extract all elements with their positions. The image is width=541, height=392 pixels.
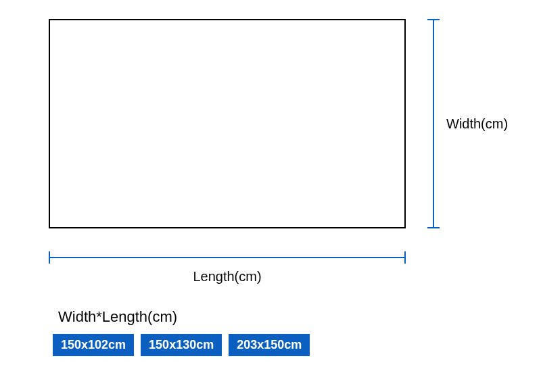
product-outline-rect bbox=[49, 19, 406, 228]
width-dimension-tick-top bbox=[427, 19, 440, 20]
size-option[interactable]: 150x102cm bbox=[53, 334, 134, 356]
size-option[interactable]: 150x130cm bbox=[141, 334, 222, 356]
length-label: Length(cm) bbox=[49, 269, 406, 285]
width-dimension-tick-bottom bbox=[427, 227, 440, 228]
length-dimension-tick-left bbox=[49, 251, 50, 264]
size-option[interactable]: 203x150cm bbox=[229, 334, 310, 356]
width-dimension-line bbox=[433, 19, 434, 228]
size-options-title: Width*Length(cm) bbox=[58, 308, 177, 326]
length-dimension-tick-right bbox=[404, 251, 406, 264]
dimension-diagram: Width(cm) Length(cm) Width*Length(cm) 15… bbox=[0, 0, 541, 392]
length-dimension-line bbox=[49, 257, 406, 258]
width-label: Width(cm) bbox=[446, 116, 508, 132]
size-options-row: 150x102cm 150x130cm 203x150cm bbox=[53, 334, 310, 356]
